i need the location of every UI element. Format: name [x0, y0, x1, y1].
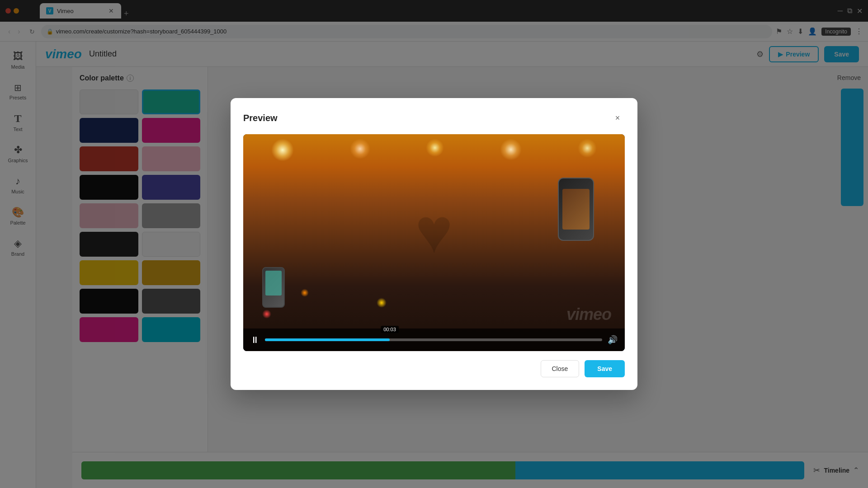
- video-controls: ⏸ 00:03 🔊: [243, 328, 625, 351]
- phone-screen: [562, 189, 590, 230]
- video-player: ♥ vimeo ⏸ 00:03 🔊: [243, 134, 625, 351]
- modal-save-button[interactable]: Save: [585, 360, 625, 377]
- volume-button[interactable]: 🔊: [608, 335, 618, 345]
- browser-window: V Vimeo ✕ + ─ ⧉ ✕ ‹ › ↻ 🔒 vimeo.com/crea…: [0, 0, 868, 488]
- light-2: [350, 139, 370, 159]
- modal-close-button[interactable]: ×: [610, 111, 625, 125]
- pause-button[interactable]: ⏸: [250, 335, 259, 345]
- phone-left: [262, 267, 285, 308]
- stage-orange-light: [301, 289, 309, 297]
- light-3: [426, 139, 444, 157]
- time-tooltip: 00:03: [381, 326, 399, 333]
- light-4: [500, 139, 522, 160]
- modal-header: Preview ×: [243, 111, 625, 125]
- progress-fill: [265, 338, 390, 341]
- progress-bar[interactable]: 00:03: [265, 338, 602, 341]
- preview-modal: Preview × ♥: [231, 98, 637, 390]
- modal-footer: Close Save: [243, 360, 625, 377]
- light-5: [578, 139, 597, 158]
- modal-close-footer-button[interactable]: Close: [541, 360, 580, 377]
- phone-right: [558, 178, 594, 241]
- phone-left-screen: [265, 271, 282, 296]
- modal-overlay: Preview × ♥: [0, 0, 868, 488]
- vimeo-watermark: vimeo: [566, 305, 611, 324]
- light-1: [271, 139, 294, 161]
- modal-title: Preview: [243, 113, 278, 123]
- heart-hands-silhouette: ♥: [415, 199, 453, 263]
